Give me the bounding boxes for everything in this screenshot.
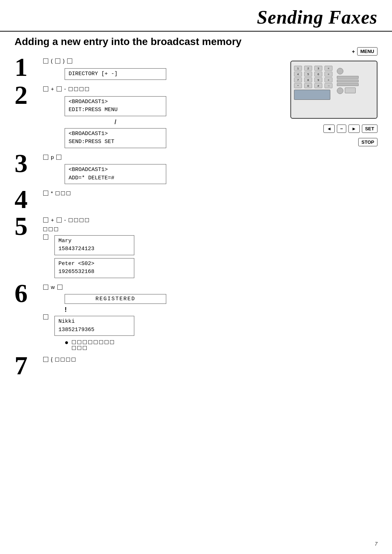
step-2-lcd-line1: <BROADCAST1>	[69, 98, 162, 106]
step-5-plus: +	[51, 216, 54, 224]
step-2-inline: + -	[43, 85, 377, 93]
step-6-number: 6	[15, 280, 40, 306]
step-1-sq3	[67, 58, 72, 64]
step-7-body: {	[40, 355, 377, 365]
step-7-sq-row	[55, 358, 76, 362]
step-5-row: 5 + -	[15, 216, 377, 280]
step-4-inline: *	[43, 189, 377, 197]
step-5-peter-number: 19265532168	[58, 268, 130, 276]
step-1-sq2	[55, 58, 60, 64]
page-number: 7	[375, 541, 377, 547]
step-3-number: 3	[15, 150, 40, 176]
note-content	[72, 339, 114, 350]
step-5-inline: + -	[43, 216, 377, 224]
step-6-lcd-nikki: Nikki 13852179365	[54, 316, 134, 336]
step-3-lcd-line2: ADD=* DELETE=#	[69, 174, 162, 183]
step-6-exclamation: !	[65, 306, 377, 314]
step-7-brace: {	[51, 355, 53, 364]
step-2-number: 2	[15, 82, 40, 108]
step-2-sq1	[43, 86, 48, 91]
step-5-sq3	[43, 235, 48, 240]
step-2-lcd-line2: EDIT:PRESS MENU	[69, 106, 162, 114]
step-7-number: 7	[15, 353, 40, 379]
step-5-peter-group: Peter <S02> 19265532168	[54, 258, 134, 278]
step-7-inline: {	[43, 355, 377, 364]
bullet-icon: ●	[65, 339, 69, 347]
step-2-lcd2-line1: <BROADCAST1>	[69, 130, 162, 138]
step-3-inline: p	[43, 153, 377, 162]
step-2-lcd2: <BROADCAST1> SEND:PRESS SET	[65, 128, 166, 148]
step-6-registered: REGISTERED	[65, 294, 166, 304]
step-6-sq1	[43, 285, 48, 290]
step-5-mary-name: Mary	[58, 237, 130, 245]
step-5-lcd-peter: Peter <S02> 19265532168	[54, 258, 134, 278]
step-5-lcd-group: Mary 15843724123 Peter <S02> 19265532168	[54, 234, 134, 280]
step-2-plus: +	[51, 85, 54, 93]
step-5-mary-number: 15843724123	[58, 245, 130, 253]
controls-top-row: + MENU	[352, 47, 377, 56]
step-1-body: ( ) DIRECTORY [+ -]	[40, 57, 377, 81]
step-4-sq1	[43, 191, 48, 196]
step-3-sq2	[56, 155, 61, 160]
step-1-lcd: DIRECTORY [+ -]	[65, 68, 166, 80]
step-5-entries: Mary 15843724123 Peter <S02> 19265532168	[43, 234, 377, 280]
main-content: 1 ( ) DIRECTORY [+ -] 2 + -	[0, 57, 392, 382]
step-4-sq-row	[55, 191, 71, 195]
step-4-row: 4 *	[15, 189, 377, 212]
step-1-sq1	[43, 58, 48, 64]
step-2-divider: /	[65, 118, 166, 126]
step-5-lcd-mary: Mary 15843724123	[54, 235, 134, 255]
step-2-body: + - <BROADCAST1> EDIT:PRESS MENU / <BROA…	[40, 85, 377, 150]
menu-button[interactable]: MENU	[357, 47, 377, 56]
step-6-sq2	[57, 285, 62, 290]
page-header: Sending Faxes	[0, 0, 392, 32]
step-5-sq1	[43, 217, 48, 223]
step-5-minus: -	[64, 216, 66, 224]
step-5-peter-name: Peter <S02>	[58, 260, 130, 268]
step-3-body: p <BROADCAST1> ADD=* DELETE=#	[40, 153, 377, 186]
note-sq-row2	[72, 346, 87, 350]
step-6-row: 6 w REGISTERED ! Nikki 13852179365 ●	[15, 283, 377, 352]
step-1-inline: ( )	[43, 57, 377, 65]
step-1-paren-open: (	[51, 57, 53, 65]
step-5-sq-row	[68, 218, 89, 222]
step-4-number: 4	[15, 186, 40, 212]
page-title: Sending Faxes	[257, 7, 377, 28]
step-2-row: 2 + - <BROADCAST1> EDIT:PRESS MENU /	[15, 85, 377, 150]
step-3-lcd: <BROADCAST1> ADD=* DELETE=#	[65, 164, 166, 184]
step-6-nikki-number: 13852179365	[58, 326, 130, 334]
step-6-sq3	[43, 314, 48, 319]
step-6-inline: w	[43, 283, 377, 292]
step-1-lcd-line1: DIRECTORY [+ -]	[69, 70, 162, 78]
step-4-asterisk: *	[51, 189, 53, 197]
step-4-body: *	[40, 189, 377, 199]
step-1-row: 1 ( ) DIRECTORY [+ -]	[15, 57, 377, 81]
step-2-sq2	[57, 86, 62, 91]
step-2-sq-row	[68, 87, 89, 91]
step-5-sq2	[57, 217, 62, 223]
step-3-p: p	[51, 153, 54, 162]
step-5-sub-row	[43, 226, 377, 232]
step-6-nikki-row: Nikki 13852179365	[43, 314, 377, 337]
note-sq-row1	[72, 340, 114, 344]
step-7-sq1	[43, 357, 48, 362]
step-3-row: 3 p <BROADCAST1> ADD=* DELETE=#	[15, 153, 377, 186]
step-6-nikki-name: Nikki	[58, 318, 130, 326]
step-6-note: ●	[65, 339, 377, 350]
step-2-minus: -	[64, 85, 66, 93]
step-6-body: w REGISTERED ! Nikki 13852179365 ●	[40, 283, 377, 352]
step-5-sub-sq-row	[43, 227, 58, 231]
step-1-number: 1	[15, 54, 40, 80]
step-5-number: 5	[15, 213, 40, 239]
step-3-sq1	[43, 155, 48, 160]
step-6-w: w	[51, 283, 55, 292]
step-1-paren-close: )	[63, 57, 65, 65]
step-5-sq3-group	[43, 234, 49, 240]
step-5-body: + -	[40, 216, 377, 280]
step-3-lcd-line1: <BROADCAST1>	[69, 166, 162, 174]
step-7-row: 7 {	[15, 355, 377, 379]
step-2-lcd1: <BROADCAST1> EDIT:PRESS MENU	[65, 96, 166, 116]
plus-icon: +	[352, 49, 355, 54]
step-2-lcd2-line2: SEND:PRESS SET	[69, 138, 162, 146]
